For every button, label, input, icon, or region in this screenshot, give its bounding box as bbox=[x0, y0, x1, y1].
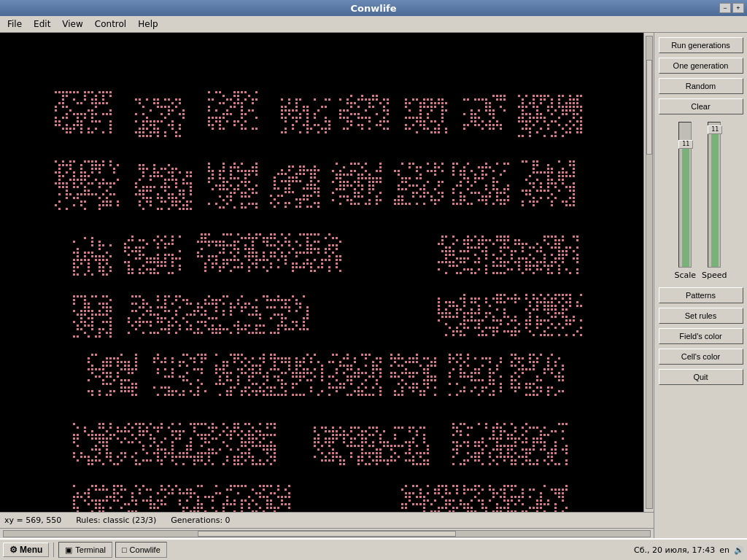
sliders-container: 11 Scale 11 Speed bbox=[659, 122, 743, 280]
xy-coords: xy = 569, 550 bbox=[4, 516, 61, 525]
taskbar: ⚙ Menu ▣ Terminal □ Conwlife Сб., 20 июл… bbox=[0, 538, 747, 560]
canvas-horizontal-scrollbar[interactable] bbox=[0, 528, 654, 538]
scale-slider-fill bbox=[682, 144, 689, 267]
vscroll-track bbox=[646, 36, 653, 509]
canvas-vertical-scrollbar[interactable] bbox=[643, 33, 654, 512]
start-button[interactable]: ⚙ Menu bbox=[3, 542, 49, 557]
menu-view[interactable]: View bbox=[58, 18, 87, 31]
canvas-wrapper: xy = 569, 550 Rules: classic (23/3) Gene… bbox=[0, 33, 654, 538]
menu-control[interactable]: Control bbox=[90, 18, 131, 31]
conwlife-taskbar-btn[interactable]: □ Conwlife bbox=[115, 542, 167, 558]
patterns-button[interactable]: Patterns bbox=[659, 287, 743, 303]
volume-icon: 🔊 bbox=[734, 545, 744, 555]
set-rules-button[interactable]: Set rules bbox=[659, 308, 743, 324]
scale-slider-thumb[interactable]: 11 bbox=[678, 140, 693, 149]
vscroll-thumb[interactable] bbox=[646, 60, 652, 154]
main-area: xy = 569, 550 Rules: classic (23/3) Gene… bbox=[0, 33, 747, 538]
scale-value: 11 bbox=[682, 141, 689, 147]
clear-button[interactable]: Clear bbox=[659, 98, 743, 114]
scale-slider-col: 11 Scale bbox=[674, 122, 696, 280]
terminal-label: Terminal bbox=[75, 545, 106, 554]
terminal-icon: ▣ bbox=[65, 545, 72, 555]
start-icon: ⚙ bbox=[9, 545, 18, 555]
minimize-button[interactable]: − bbox=[719, 3, 731, 13]
game-canvas-area[interactable] bbox=[0, 33, 643, 512]
window-title: Conwlife bbox=[350, 3, 396, 14]
window-controls: − + bbox=[719, 3, 744, 13]
scale-slider-track[interactable]: 11 bbox=[678, 122, 692, 268]
conwlife-icon: □ bbox=[122, 545, 127, 554]
maximize-button[interactable]: + bbox=[732, 3, 744, 13]
scale-label: Scale bbox=[674, 271, 696, 280]
conwlife-label: Conwlife bbox=[130, 545, 160, 554]
datetime: Сб., 20 июля, 17:43 bbox=[634, 545, 715, 555]
menu-file[interactable]: File bbox=[3, 18, 26, 31]
one-generation-button[interactable]: One generation bbox=[659, 58, 743, 74]
taskbar-separator-1 bbox=[53, 542, 54, 557]
menu-edit[interactable]: Edit bbox=[29, 18, 55, 31]
terminal-taskbar-btn[interactable]: ▣ Terminal bbox=[58, 542, 112, 558]
random-button[interactable]: Random bbox=[659, 78, 743, 94]
hscroll-track bbox=[3, 530, 651, 537]
menu-bar: File Edit View Control Help bbox=[0, 16, 747, 33]
cells-color-button[interactable]: Cell's color bbox=[659, 349, 743, 365]
speed-slider-fill bbox=[711, 130, 719, 267]
speed-slider-col: 11 Speed bbox=[702, 122, 727, 280]
speed-slider-thumb[interactable]: 11 bbox=[708, 125, 722, 134]
speed-slider-track[interactable]: 11 bbox=[708, 122, 721, 268]
canvas-inner bbox=[0, 33, 654, 512]
game-canvas[interactable] bbox=[0, 33, 643, 512]
rules-info: Rules: classic (23/3) bbox=[76, 516, 156, 525]
start-label: Menu bbox=[20, 545, 42, 555]
generations-info: Generations: 0 bbox=[171, 516, 230, 525]
menu-help[interactable]: Help bbox=[133, 18, 162, 31]
speed-label: Speed bbox=[702, 271, 727, 280]
hscroll-thumb[interactable] bbox=[198, 531, 456, 537]
right-panel: Run generations One generation Random Cl… bbox=[654, 33, 747, 538]
speed-value: 11 bbox=[711, 126, 719, 133]
run-generations-button[interactable]: Run generations bbox=[659, 37, 743, 53]
status-bar: xy = 569, 550 Rules: classic (23/3) Gene… bbox=[0, 512, 654, 528]
title-bar: Conwlife − + bbox=[0, 0, 747, 16]
quit-button[interactable]: Quit bbox=[659, 369, 743, 385]
fields-color-button[interactable]: Field's color bbox=[659, 328, 743, 344]
taskbar-right: Сб., 20 июля, 17:43 en 🔊 bbox=[634, 545, 744, 555]
lang: en bbox=[719, 545, 729, 555]
